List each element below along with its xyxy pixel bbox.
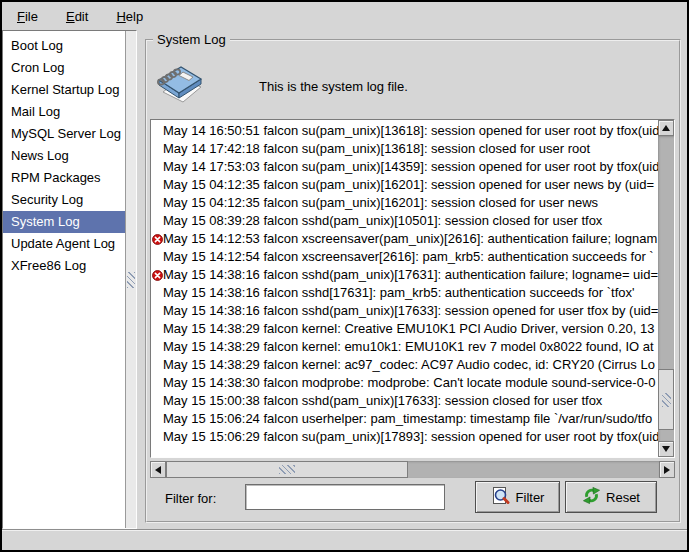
log-type-sidebar: Boot LogCron LogKernel Startup LogMail L… <box>2 30 137 529</box>
sidebar-item-news-log[interactable]: News Log <box>3 145 125 167</box>
horizontal-scroll-track[interactable] <box>166 461 659 478</box>
log-row[interactable]: May 15 14:38:29 falcon kernel: Creative … <box>151 320 658 338</box>
menubar: FileEditHelp <box>2 2 687 30</box>
menu-file[interactable]: File <box>10 6 45 27</box>
log-row[interactable]: May 14 17:42:18 falcon su(pam_unix)[1361… <box>151 140 658 158</box>
log-row[interactable]: May 15 14:38:16 falcon sshd[17631]: pam_… <box>151 284 658 302</box>
log-icon-slot-empty <box>151 122 163 140</box>
filter-input[interactable] <box>245 484 445 510</box>
log-icon-slot-empty <box>151 320 163 338</box>
sidebar-item-update-agent-log[interactable]: Update Agent Log <box>3 233 125 255</box>
reset-button-label: Reset <box>606 490 640 505</box>
scroll-right-button[interactable] <box>659 461 675 478</box>
up-arrow-icon <box>662 125 670 131</box>
scroll-up-button[interactable] <box>658 120 674 136</box>
log-icon-slot-empty <box>151 212 163 230</box>
log-icon-slot-empty <box>151 410 163 428</box>
refresh-arrows-icon <box>582 486 601 508</box>
log-row[interactable]: May 15 15:06:29 falcon su(pam_unix)[1789… <box>151 428 658 446</box>
log-icon-slot-empty <box>151 374 163 392</box>
log-text: May 15 04:12:35 falcon su(pam_unix)[1620… <box>163 194 598 212</box>
vertical-scroll-thumb[interactable] <box>658 369 674 430</box>
log-row[interactable]: May 15 04:12:35 falcon su(pam_unix)[1620… <box>151 194 658 212</box>
log-row[interactable]: May 15 14:12:53 falcon xscreensaver(pam_… <box>151 230 658 248</box>
scroll-left-button[interactable] <box>150 461 166 478</box>
log-text: May 15 14:38:16 falcon sshd(pam_unix)[17… <box>163 266 658 284</box>
log-row[interactable]: May 15 08:39:28 falcon sshd(pam_unix)[10… <box>151 212 658 230</box>
main-panel: System Log <box>137 30 687 529</box>
log-text: May 15 14:12:54 falcon xscreensaver[2616… <box>163 248 654 266</box>
log-text: May 15 15:00:38 falcon sshd(pam_unix)[17… <box>163 392 602 410</box>
vertical-scroll-track[interactable] <box>658 136 674 441</box>
log-icon-slot-empty <box>151 158 163 176</box>
log-row[interactable]: May 15 04:12:35 falcon su(pam_unix)[1620… <box>151 176 658 194</box>
error-icon <box>151 230 163 248</box>
log-text: May 15 14:38:29 falcon kernel: ac97_code… <box>163 356 655 374</box>
log-row[interactable]: May 15 14:38:30 falcon modprobe: modprob… <box>151 374 658 392</box>
book-icon <box>153 59 205 110</box>
log-text: May 14 17:42:18 falcon su(pam_unix)[1361… <box>163 140 590 158</box>
sidebar-scrollbar[interactable] <box>125 31 136 528</box>
log-row[interactable]: May 15 14:38:16 falcon sshd(pam_unix)[17… <box>151 302 658 320</box>
log-row[interactable]: May 15 14:12:54 falcon xscreensaver[2616… <box>151 248 658 266</box>
log-text: May 14 17:53:03 falcon su(pam_unix)[1435… <box>163 158 658 176</box>
log-icon-slot-empty <box>151 356 163 374</box>
log-icon-slot-empty <box>151 140 163 158</box>
log-row[interactable]: May 14 17:53:03 falcon su(pam_unix)[1435… <box>151 158 658 176</box>
log-row[interactable]: May 15 14:38:29 falcon kernel: ac97_code… <box>151 356 658 374</box>
log-icon-slot-empty <box>151 194 163 212</box>
horizontal-scroll-thumb[interactable] <box>166 461 408 478</box>
scrollbar-grip <box>279 465 295 474</box>
log-row[interactable]: May 15 14:38:16 falcon sshd(pam_unix)[17… <box>151 266 658 284</box>
left-arrow-icon <box>155 466 161 474</box>
sidebar-item-security-log[interactable]: Security Log <box>3 189 125 211</box>
error-icon <box>151 266 163 284</box>
log-row[interactable]: May 14 16:50:51 falcon su(pam_unix)[1361… <box>151 122 658 140</box>
log-row[interactable]: May 15 15:00:38 falcon sshd(pam_unix)[17… <box>151 392 658 410</box>
sidebar-item-xfree86-log[interactable]: XFree86 Log <box>3 255 125 277</box>
description-row: This is the system log file. <box>147 53 679 113</box>
status-bar <box>2 529 687 550</box>
filter-button-label: Filter <box>516 490 545 505</box>
log-text: May 15 14:38:30 falcon modprobe: modprob… <box>163 374 655 392</box>
sidebar-item-rpm-packages[interactable]: RPM Packages <box>3 167 125 189</box>
right-arrow-icon <box>664 466 670 474</box>
log-text: May 15 14:38:29 falcon kernel: Creative … <box>163 320 654 338</box>
log-entries: May 14 16:50:51 falcon su(pam_unix)[1361… <box>151 120 658 457</box>
log-icon-slot-empty <box>151 338 163 356</box>
sidebar-item-boot-log[interactable]: Boot Log <box>3 35 125 57</box>
log-text: May 15 04:12:35 falcon su(pam_unix)[1620… <box>163 176 654 194</box>
log-list-frame: May 14 16:50:51 falcon su(pam_unix)[1361… <box>150 119 675 458</box>
filter-label: Filter for: <box>165 491 216 506</box>
scroll-down-button[interactable] <box>658 441 674 457</box>
sidebar-item-mail-log[interactable]: Mail Log <box>3 101 125 123</box>
log-text: May 15 08:39:28 falcon sshd(pam_unix)[10… <box>163 212 602 230</box>
sidebar-item-kernel-startup-log[interactable]: Kernel Startup Log <box>3 79 125 101</box>
log-row[interactable]: May 15 15:06:24 falcon userhelper: pam_t… <box>151 410 658 428</box>
log-row[interactable]: May 15 14:38:29 falcon kernel: emu10k1: … <box>151 338 658 356</box>
log-type-list: Boot LogCron LogKernel Startup LogMail L… <box>3 31 125 528</box>
down-arrow-icon <box>662 446 670 452</box>
reset-button[interactable]: Reset <box>565 481 657 513</box>
log-text: May 15 15:06:24 falcon userhelper: pam_t… <box>163 410 652 428</box>
scrollbar-grip <box>127 272 135 288</box>
horizontal-scrollbar[interactable] <box>150 461 675 478</box>
menu-help[interactable]: Help <box>109 6 150 27</box>
log-text: May 15 14:38:16 falcon sshd[17631]: pam_… <box>163 284 635 302</box>
magnifier-document-icon <box>491 486 511 509</box>
vertical-scrollbar[interactable] <box>658 120 674 457</box>
log-icon-slot-empty <box>151 428 163 446</box>
sidebar-item-system-log[interactable]: System Log <box>3 211 125 233</box>
log-icon-slot-empty <box>151 392 163 410</box>
system-log-groupbox: System Log <box>145 39 681 523</box>
sidebar-item-cron-log[interactable]: Cron Log <box>3 57 125 79</box>
menu-edit[interactable]: Edit <box>59 6 95 27</box>
log-icon-slot-empty <box>151 302 163 320</box>
log-icon-slot-empty <box>151 284 163 302</box>
log-icon-slot-empty <box>151 176 163 194</box>
filter-button[interactable]: Filter <box>475 481 560 513</box>
sidebar-item-mysql-server-log[interactable]: MySQL Server Log <box>3 123 125 145</box>
log-text: May 15 14:12:53 falcon xscreensaver(pam_… <box>163 230 657 248</box>
log-viewer-window: FileEditHelp Boot LogCron LogKernel Star… <box>0 0 689 552</box>
log-description: This is the system log file. <box>259 79 408 94</box>
